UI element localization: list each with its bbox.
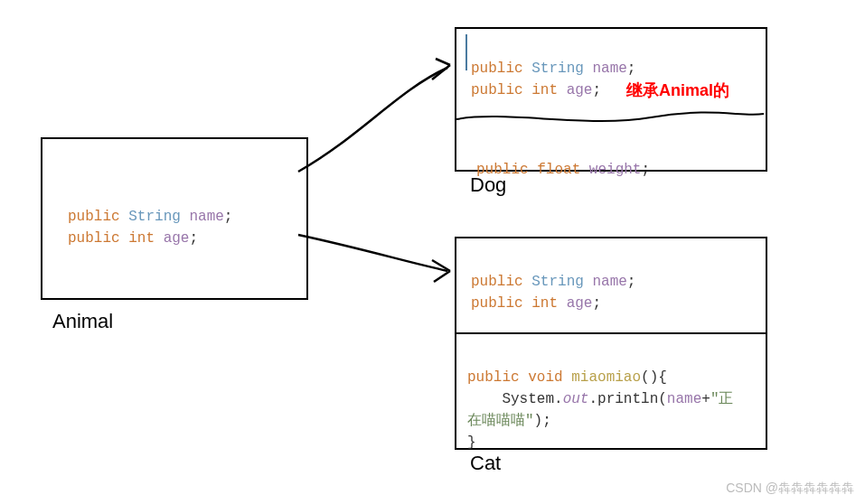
kw-public: public [471,295,523,312]
system: System. [502,391,562,407]
plus: + [701,391,710,407]
str2: 在喵喵喵" [467,413,534,429]
close-paren: ); [534,413,551,429]
semi: ; [189,230,198,247]
str1: "正 [710,391,734,407]
dog-code-top: public String name; public int age; [456,29,766,123]
kw-public: public [471,274,523,290]
semi: ; [224,209,233,225]
cursor-bar [465,34,467,70]
out: out [563,391,589,407]
id-weight: weight [589,162,642,178]
animal-box: public String name; public int age; [41,137,308,300]
kw-public: public [467,369,520,386]
id-name: name [592,274,626,290]
watermark: CSDN @犇犇犇犇犇犇 [726,481,854,497]
semi: ; [627,274,636,290]
id-name: name [189,209,223,225]
cat-label: Cat [470,452,501,475]
dog-label: Dog [470,173,506,197]
kw-type-int: int [128,230,155,247]
kw-type-string: String [128,209,181,225]
kw-public: public [68,230,120,247]
kw-type-float: float [537,162,580,178]
close-brace: } [467,434,476,451]
id-age: age [567,295,593,312]
method-name: miaomiao [571,369,641,386]
semi: ; [641,162,650,178]
kw-type-string: String [531,274,584,290]
kw-type-string: String [531,61,584,77]
cat-code-top: public String name; public int age; [456,238,766,336]
cat-box: public String name; public int age; publ… [455,237,767,450]
animal-label: Animal [52,310,113,333]
semi: ; [627,61,636,77]
id-name: name [592,61,626,77]
kw-public: public [68,209,120,225]
cat-code-method: public void miaomiao(){ System.out.print… [467,345,757,475]
kw-public: public [471,61,523,77]
semi: ; [592,82,601,98]
println: .println( [588,391,666,407]
cat-divider [456,332,766,334]
animal-code: public String name; public int age; [42,139,306,271]
id-age: age [164,230,190,247]
kw-public: public [471,82,523,98]
dog-box: public String name; public int age; 继承An… [455,27,767,172]
inherit-note: 继承Animal的 [626,79,729,101]
id-age: age [567,82,593,98]
kw-type-int: int [531,82,558,98]
kw-void: void [528,369,562,386]
paren: (){ [641,369,667,386]
arg-name: name [667,391,701,407]
kw-type-int: int [531,295,558,312]
semi: ; [592,295,601,312]
